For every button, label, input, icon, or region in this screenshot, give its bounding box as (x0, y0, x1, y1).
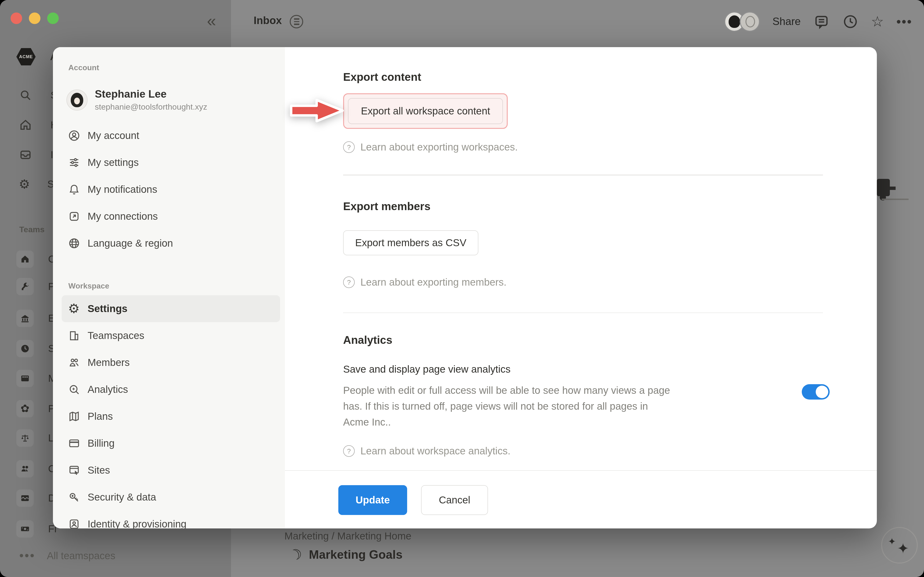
zoom-window-button[interactable] (47, 13, 59, 24)
breadcrumb[interactable]: Marketing / Marketing Home (284, 530, 412, 542)
sidebar-workspace-switcher[interactable]: ACME A (16, 47, 57, 66)
export-members-csv-button[interactable]: Export members as CSV (343, 230, 478, 255)
cancel-button[interactable]: Cancel (421, 485, 488, 515)
sidebar-item-sites[interactable]: Sites (61, 457, 280, 484)
user-email: stephanie@toolsforthought.xyz (95, 102, 207, 112)
minimize-window-button[interactable] (29, 13, 40, 24)
sidebar-item-inbox[interactable]: I (19, 145, 53, 164)
user-avatar (66, 89, 87, 111)
account-menu: My account My settings My notifications … (61, 122, 280, 257)
page-view-analytics-title: Save and display page view analytics (343, 363, 877, 376)
page-view-analytics-toggle[interactable] (802, 384, 830, 400)
ellipsis-icon: ••• (19, 548, 36, 563)
sidebar-item-security-data[interactable]: Security & data (61, 484, 280, 511)
modal-footer: Update Cancel (285, 470, 877, 515)
sidebar-item-settings[interactable]: ⚙ S (19, 174, 54, 194)
sidebar-collapse-icon[interactable]: « (207, 11, 216, 30)
sidebar-teamspace[interactable]: M (16, 369, 57, 388)
comments-icon[interactable] (813, 13, 830, 30)
avatar (740, 11, 760, 32)
sidebar-teamspace[interactable]: S (16, 339, 55, 358)
sidebar-item-plans[interactable]: Plans (61, 403, 280, 430)
sidebar-teamspace[interactable]: ✿ P (16, 399, 55, 418)
sidebar-teamspace[interactable]: E (16, 309, 55, 328)
export-content-heading: Export content (343, 70, 877, 84)
teamspaces-section-label: Teams (19, 225, 45, 235)
page-tab-title: Inbox (254, 15, 282, 27)
sidebar-item-my-settings[interactable]: My settings (61, 149, 280, 176)
sidebar-item-settings[interactable]: ⚙ Settings (61, 295, 280, 322)
update-button[interactable]: Update (338, 485, 407, 515)
page-emoji-icon: ☽ (287, 545, 305, 565)
page-title: Marketing Goals (309, 548, 402, 562)
history-icon[interactable] (842, 13, 859, 30)
globe-icon (67, 237, 80, 250)
sidebar-item-search[interactable]: S (19, 85, 57, 105)
app-window: « Inbox Share ☆ ••• ACME A S (0, 0, 924, 577)
gear-icon: ⚙ (19, 178, 30, 190)
bell-icon (67, 183, 80, 196)
learn-workspace-analytics-link[interactable]: ? Learn about workspace analytics. (343, 445, 877, 457)
sidebar-item-identity-provisioning[interactable]: Identity & provisioning (61, 511, 280, 529)
presence-avatars[interactable] (724, 11, 760, 32)
question-circle-icon: ? (343, 276, 355, 288)
settings-content: Export content Export all workspace cont… (285, 47, 877, 529)
learn-exporting-workspaces-link[interactable]: ? Learn about exporting workspaces. (343, 141, 877, 153)
export-members-heading: Export members (343, 199, 877, 213)
sidebar-item-billing[interactable]: Billing (61, 430, 280, 457)
page-view-analytics-description: People with edit or full access will be … (343, 382, 767, 430)
all-teamspaces-button[interactable]: ••• All teamspaces (19, 548, 115, 563)
topbar-actions: Share ☆ ••• (724, 11, 913, 32)
id-badge-icon (67, 518, 80, 529)
annotation-highlight-box: Export all workspace content (343, 93, 508, 129)
map-icon (67, 410, 80, 423)
sidebar-item-members[interactable]: Members (61, 349, 280, 376)
export-all-workspace-content-button[interactable]: Export all workspace content (348, 98, 503, 124)
ai-sparkle-button[interactable]: ✦✦ (881, 527, 918, 564)
key-icon (67, 491, 80, 503)
acme-logo: ACME (16, 48, 36, 65)
learn-exporting-members-link[interactable]: ? Learn about exporting members. (343, 276, 877, 288)
sidebar-item-my-account[interactable]: My account (61, 122, 280, 149)
workspace-section-label: Workspace (68, 282, 280, 292)
sidebar-item-home[interactable]: H (19, 115, 58, 135)
user-name: Stephanie Lee (95, 88, 207, 100)
toggle-knob (816, 386, 828, 398)
magnifier-sparkle-icon (67, 383, 80, 396)
sidebar-item-my-notifications[interactable]: My notifications (61, 176, 280, 203)
sidebar-item-teamspaces[interactable]: Teamspaces (61, 322, 280, 349)
share-button[interactable]: Share (772, 15, 801, 28)
favorite-star-icon[interactable]: ☆ (871, 15, 884, 29)
gear-icon: ⚙ (67, 302, 80, 315)
sidebar-teamspace[interactable]: Fi (16, 519, 57, 538)
all-teamspaces-label: All teamspaces (47, 550, 115, 561)
sidebar-item-my-connections[interactable]: My connections (61, 203, 280, 230)
sidebar-teamspace[interactable]: L (16, 429, 54, 448)
sidebar-teamspace[interactable]: P (16, 277, 55, 296)
sidebar-item-analytics[interactable]: Analytics (61, 376, 280, 403)
annotation-arrow-icon (290, 94, 346, 127)
building-icon (67, 329, 80, 342)
settings-sidebar: Account Stephanie Lee stephanie@toolsfor… (53, 47, 285, 529)
credit-card-icon (67, 437, 80, 450)
settings-modal: Account Stephanie Lee stephanie@toolsfor… (53, 47, 877, 529)
sliders-icon (67, 156, 80, 169)
sparkle-icon: ✦ (888, 536, 896, 547)
sparkle-icon: ✦ (897, 540, 909, 556)
arrow-out-box-icon (67, 210, 80, 222)
analytics-heading: Analytics (343, 333, 877, 347)
question-circle-icon: ? (343, 141, 355, 153)
question-circle-icon: ? (343, 445, 355, 457)
sidebar-teamspace[interactable]: D (16, 488, 55, 508)
close-window-button[interactable] (11, 13, 22, 24)
browser-cursor-icon (67, 464, 80, 477)
sidebar-teamspace[interactable]: C (16, 250, 55, 269)
more-options-icon[interactable]: ••• (897, 14, 913, 29)
sidebar-item-language-region[interactable]: Language & region (61, 230, 280, 257)
sidebar-teamspace[interactable]: C (16, 459, 55, 479)
people-icon (67, 356, 80, 369)
section-divider (343, 174, 823, 175)
inbox-filter-icon[interactable] (290, 15, 303, 28)
account-user-row[interactable]: Stephanie Lee stephanie@toolsforthought.… (66, 85, 280, 114)
traffic-lights (11, 13, 59, 24)
